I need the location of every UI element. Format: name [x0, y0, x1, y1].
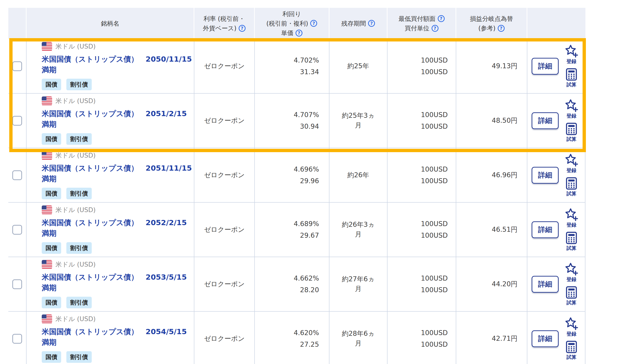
- estimate-button[interactable]: 試算: [566, 68, 577, 88]
- question-icon[interactable]: ?: [239, 25, 246, 32]
- row-checkbox[interactable]: [12, 170, 22, 180]
- bond-name-link[interactable]: 米国国債（ストリップス債） 2052/2/15満期: [42, 217, 194, 238]
- star-plus-icon: [565, 44, 578, 58]
- register-label: 登録: [566, 113, 576, 119]
- name-cell: 米ドル (USD) 米国国債（ストリップス債） 2051/11/15満期 国債割…: [27, 148, 194, 202]
- checkbox-cell: [8, 148, 27, 202]
- row-checkbox[interactable]: [12, 61, 22, 71]
- coupon-cell: ゼロクーポン: [194, 257, 255, 311]
- purchase-unit: 100USD: [421, 286, 448, 294]
- purchase-unit: 100USD: [421, 122, 448, 130]
- table-row: 米ドル (USD) 米国国債（ストリップス債） 2051/2/15満期 国債割引…: [8, 94, 585, 148]
- register-button[interactable]: 登録: [565, 208, 578, 228]
- fx-cell: 46.96円: [456, 148, 527, 202]
- row-checkbox[interactable]: [12, 334, 22, 344]
- min-face-value: 100USD: [421, 111, 448, 119]
- checkbox-cell: [8, 257, 27, 311]
- table-row: 米ドル (USD) 米国国債（ストリップス債） 2053/5/15満期 国債割引…: [8, 257, 585, 312]
- question-icon[interactable]: ?: [438, 15, 445, 22]
- us-flag-icon: [42, 96, 52, 105]
- purchase-unit: 100USD: [421, 340, 448, 348]
- name-cell: 米ドル (USD) 米国国債（ストリップス債） 2054/5/15満期 国債割引…: [27, 312, 194, 364]
- actions-cell: 詳細 登録 試算: [527, 39, 585, 93]
- detail-button[interactable]: 詳細: [531, 112, 559, 129]
- calculator-icon: [566, 177, 577, 190]
- bond-name-link[interactable]: 米国国債（ストリップス債） 2050/11/15満期: [42, 54, 194, 75]
- estimate-button[interactable]: 試算: [566, 232, 577, 251]
- estimate-button[interactable]: 試算: [566, 286, 577, 306]
- register-label: 登録: [566, 222, 576, 228]
- bond-name-link[interactable]: 米国国債（ストリップス債） 2051/2/15満期: [42, 108, 194, 129]
- min-purchase-cell: 100USD100USD: [387, 39, 456, 93]
- badge-govt-bond: 国債: [42, 242, 61, 254]
- question-icon[interactable]: ?: [498, 25, 505, 32]
- fx-cell: 48.50円: [456, 94, 527, 148]
- badge-govt-bond: 国債: [42, 297, 61, 308]
- register-button[interactable]: 登録: [565, 44, 578, 65]
- detail-button[interactable]: 詳細: [531, 58, 559, 75]
- col-header-yield: 利回り (税引前・複利)? 単価?: [255, 8, 329, 39]
- period-cell: 約26年: [329, 148, 387, 202]
- question-icon[interactable]: ?: [310, 20, 317, 27]
- maturity-label: 満期: [42, 228, 194, 238]
- register-button[interactable]: 登録: [565, 262, 578, 283]
- currency-label: 米ドル (USD): [56, 97, 96, 105]
- row-checkbox[interactable]: [12, 116, 22, 126]
- estimate-label: 試算: [566, 354, 576, 361]
- maturity-label: 満期: [42, 119, 194, 129]
- col-header-name: 銘柄名: [27, 8, 194, 39]
- unit-price: 28.20: [300, 286, 319, 294]
- badge-govt-bond: 国債: [42, 133, 61, 145]
- bond-name-link[interactable]: 米国国債（ストリップス債） 2054/5/15満期: [42, 326, 194, 347]
- col-header-fx: 損益分岐点為替 (参考)?: [456, 8, 527, 39]
- min-face-value: 100USD: [421, 165, 448, 173]
- table-row: 米ドル (USD) 米国国債（ストリップス債） 2050/11/15満期 国債割…: [8, 39, 585, 94]
- question-icon[interactable]: ?: [368, 20, 375, 27]
- name-cell: 米ドル (USD) 米国国債（ストリップス債） 2052/2/15満期 国債割引…: [27, 203, 194, 257]
- unit-price: 30.94: [300, 122, 319, 130]
- us-flag-icon: [42, 151, 52, 160]
- row-checkbox[interactable]: [12, 225, 22, 235]
- actions-cell: 詳細 登録 試算: [527, 257, 585, 311]
- question-icon[interactable]: ?: [432, 25, 438, 32]
- checkbox-cell: [8, 39, 27, 93]
- calculator-icon: [566, 340, 577, 353]
- calculator-icon: [566, 286, 577, 299]
- question-icon[interactable]: ?: [296, 30, 302, 36]
- detail-button[interactable]: 詳細: [531, 167, 559, 184]
- col-header-min-purchase: 最低買付額面? 買付単位?: [387, 8, 456, 39]
- coupon-type: ゼロクーポン: [204, 334, 245, 343]
- us-flag-icon: [42, 42, 52, 51]
- star-plus-icon: [565, 317, 578, 330]
- register-button[interactable]: 登録: [565, 99, 578, 119]
- bond-name-link[interactable]: 米国国債（ストリップス債） 2053/5/15満期: [42, 272, 194, 293]
- estimate-button[interactable]: 試算: [566, 177, 577, 197]
- bond-title: 米国国債（ストリップス債） 2051/11/15: [42, 164, 192, 172]
- maturity-label: 満期: [42, 282, 194, 293]
- yield-value: 4.662%: [294, 274, 319, 282]
- table-header-row: 銘柄名 利率 (税引前・ 外貨ベース)? 利回り (税引前・複利)? 単価? 残…: [8, 8, 585, 39]
- rate-header-line1: 利率 (税引前・: [204, 14, 245, 24]
- badge-govt-bond: 国債: [42, 79, 61, 90]
- unit-price: 27.25: [300, 340, 319, 348]
- name-cell: 米ドル (USD) 米国国債（ストリップス債） 2051/2/15満期 国債割引…: [27, 94, 194, 148]
- star-plus-icon: [565, 262, 578, 276]
- estimate-button[interactable]: 試算: [566, 340, 577, 361]
- table-row: 米ドル (USD) 米国国債（ストリップス債） 2052/2/15満期 国債割引…: [8, 203, 585, 257]
- register-button[interactable]: 登録: [565, 153, 578, 174]
- register-label: 登録: [566, 331, 576, 337]
- unit-price: 29.96: [300, 177, 319, 185]
- badge-list: 国債割引債: [42, 351, 194, 363]
- bond-name-link[interactable]: 米国国債（ストリップス債） 2051/11/15満期: [42, 163, 194, 184]
- detail-button[interactable]: 詳細: [531, 221, 559, 238]
- yield-value: 4.689%: [294, 220, 319, 228]
- badge-discount-bond: 割引債: [66, 297, 92, 308]
- detail-button[interactable]: 詳細: [531, 330, 559, 347]
- yield-header-line3: 単価: [281, 28, 293, 38]
- calculator-icon: [566, 68, 577, 81]
- estimate-button[interactable]: 試算: [566, 122, 577, 142]
- row-checkbox[interactable]: [12, 279, 22, 289]
- detail-button[interactable]: 詳細: [531, 276, 559, 293]
- register-button[interactable]: 登録: [565, 317, 578, 337]
- rate-header-line2: 外貨ベース): [203, 24, 236, 33]
